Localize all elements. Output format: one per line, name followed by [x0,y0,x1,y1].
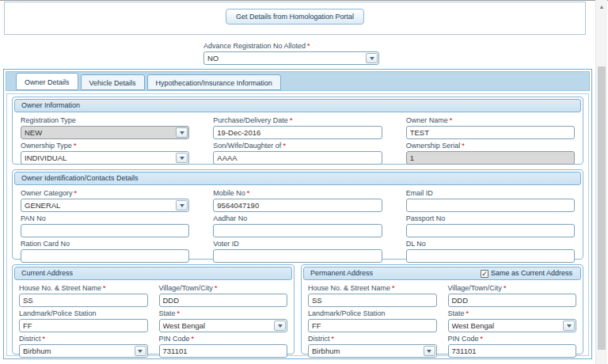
required-marker: * [290,116,293,124]
field-ca-district: District* Birbhum [19,332,148,358]
ownership-type-select[interactable]: INDIVIDUAL [21,151,189,165]
ca-landmark-input[interactable] [19,319,148,332]
current-address-grid: House No. & Street Name* Village/Town/Ci… [13,282,294,358]
dropdown-button[interactable] [563,320,575,331]
required-marker: * [283,142,286,150]
dropdown-arrow-icon [138,350,142,353]
current-address-section: Current Address House No. & Street Name*… [12,264,294,355]
dl-no-label: DL No [406,240,575,248]
field-ownership-type: Ownership Type* INDIVIDUAL [21,139,189,165]
ca-village-label: Village/Town/City* [159,284,288,293]
dropdown-arrow-icon [180,157,184,160]
aadhar-no-input[interactable] [213,224,382,237]
field-owner-category: Owner Category* GENERAL [21,187,189,212]
get-details-homologation-button[interactable]: Get Details from Homologation Portal [226,9,364,25]
permanent-address-grid: House No. & Street Name* Village/Town/Ci… [302,282,583,358]
required-marker: * [332,335,335,343]
pa-house-input[interactable] [308,294,437,307]
pan-no-input[interactable] [21,224,189,237]
pa-district-select[interactable]: Birbhum [308,344,437,358]
advance-registration-select[interactable]: NO [203,51,379,65]
field-pa-state: State* West Bengal [448,307,577,332]
voter-id-label: Voter ID [213,240,382,248]
ration-card-no-input[interactable] [21,249,189,263]
pa-state-value: West Bengal [452,320,562,332]
owner-category-select[interactable]: GENERAL [21,199,189,212]
mobile-no-input[interactable] [213,199,382,212]
vertical-scrollbar[interactable]: ▲ [595,0,607,364]
field-ration-card-no: Ration Card No [21,237,189,263]
dropdown-button[interactable] [366,53,378,63]
required-marker: * [450,116,453,124]
checkbox-checked-icon: ✓ [481,270,488,278]
owner-name-input[interactable] [406,126,575,139]
field-dl-no: DL No [406,237,575,263]
owner-information-title: Owner Information [21,100,80,112]
pa-house-label: House No. & Street Name* [308,284,437,293]
tab-owner-details[interactable]: Owner Details [16,73,78,90]
dropdown-button[interactable] [424,346,435,356]
dl-no-input[interactable] [406,249,575,263]
owner-name-label: Owner Name* [406,116,575,125]
mobile-no-label: Mobile No* [213,189,382,198]
ca-pin-input[interactable] [159,344,288,358]
permanent-address-section: Permanent Address ✓ Same as Current Addr… [301,264,583,355]
owner-information-grid: Registration Type NEW Purchase/Delivery … [13,114,583,165]
owner-identification-grid: Owner Category* GENERAL Mobile No* Email… [13,187,583,263]
ca-district-value: Birbhum [23,345,133,357]
field-voter-id: Voter ID [213,237,382,263]
same-as-current-checkbox[interactable]: ✓ Same as Current Address [481,267,572,279]
voter-id-input[interactable] [213,249,382,263]
field-pa-house: House No. & Street Name* [308,282,437,307]
registration-type-select[interactable]: NEW [21,126,189,139]
tab-strip: Owner Details Vehicle Details Hypothecat… [6,71,590,91]
ownership-type-value: INDIVIDUAL [25,152,174,164]
field-pa-district: District* Birbhum [308,332,437,358]
scrollbar-thumb[interactable] [598,66,606,350]
address-row: Current Address House No. & Street Name*… [12,264,583,355]
owner-information-header: Owner Information [14,99,581,112]
pa-village-input[interactable] [448,294,577,307]
required-marker: * [466,309,469,317]
owner-identification-section: Owner Identification/Contacts Details Ow… [12,169,583,260]
ca-village-input[interactable] [159,294,288,307]
dropdown-button[interactable] [176,153,188,163]
dropdown-button[interactable] [176,200,188,210]
ca-state-select[interactable]: West Bengal [159,319,288,332]
son-wife-daughter-input[interactable] [213,151,382,165]
ca-house-input[interactable] [19,294,148,307]
pa-landmark-input[interactable] [308,319,437,332]
scrollbar-up-arrow-icon[interactable]: ▲ [597,2,606,12]
field-pan-no: PAN No [21,212,189,237]
email-id-label: Email ID [406,189,575,198]
email-id-input[interactable] [406,199,575,212]
tab-vehicle-details[interactable]: Vehicle Details [81,74,145,90]
pan-no-label: PAN No [21,214,189,223]
pa-state-label: State* [448,309,577,318]
advance-registration-label: Advance Registration No Alloted* [203,42,379,51]
advance-registration-field: Advance Registration No Alloted* NO [203,40,379,65]
owner-details-panel: Owner Information Registration Type NEW … [6,93,589,356]
dropdown-arrow-icon [370,57,374,60]
pa-state-select[interactable]: West Bengal [448,319,577,332]
advance-registration-value: NO [207,52,364,64]
required-marker: * [307,42,310,50]
dropdown-button[interactable] [135,346,146,356]
passport-no-input[interactable] [406,224,575,237]
dropdown-button[interactable] [274,320,286,331]
pa-pin-input[interactable] [448,344,577,358]
registration-type-label: Registration Type [21,116,189,125]
field-ca-house: House No. & Street Name* [19,282,148,307]
dropdown-arrow-icon [180,131,184,135]
purchase-date-input[interactable] [213,126,382,139]
field-email-id: Email ID [406,187,575,212]
same-as-current-label: Same as Current Address [491,267,572,279]
ca-district-select[interactable]: Birbhum [19,344,148,358]
page-top-divider [0,0,608,1]
ration-card-no-label: Ration Card No [21,240,189,248]
tab-hypothecation-insurance[interactable]: Hypothecation/Insurance Information [147,74,281,90]
owner-category-value: GENERAL [25,199,174,211]
registration-type-value: NEW [25,127,174,138]
dropdown-button[interactable] [176,127,188,138]
pa-village-label: Village/Town/City* [448,284,577,293]
